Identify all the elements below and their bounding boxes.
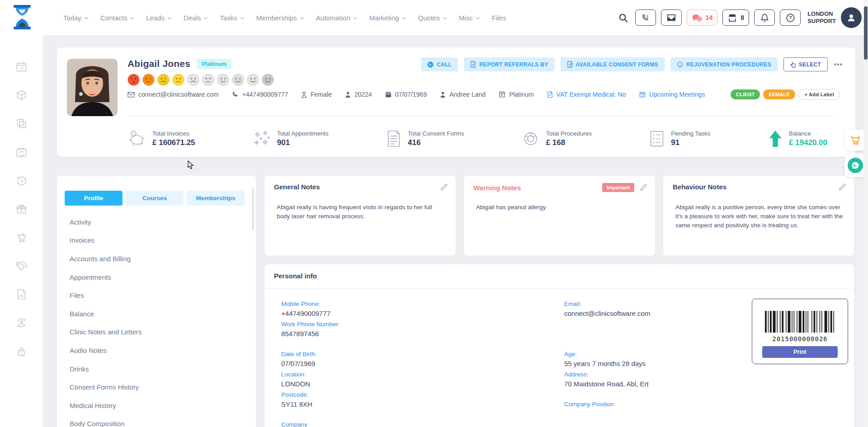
mood-face-icon-10[interactable] xyxy=(262,74,274,86)
menu-item-clinic-notes-and-letters[interactable]: Clinic Notes and Letters xyxy=(70,323,247,342)
vat-exempt-link[interactable]: VAT Exempt Medical: No xyxy=(547,91,626,98)
notifications-button[interactable] xyxy=(754,9,775,26)
field-company-position: Company Position xyxy=(564,401,817,408)
lock-icon[interactable] xyxy=(15,345,28,357)
menu-item-drinks[interactable]: Drinks xyxy=(70,360,247,378)
nav-today[interactable]: Today xyxy=(63,14,89,22)
arrow-up-icon xyxy=(768,130,783,148)
calendar-refresh-icon[interactable] xyxy=(15,146,28,158)
menu-item-medical-history[interactable]: Medical History xyxy=(70,396,247,415)
top-bar: Today Contacts Leads Deals Tasks Members… xyxy=(0,0,868,35)
tab-memberships[interactable]: Memberships xyxy=(187,191,245,206)
search-icon[interactable] xyxy=(616,13,630,23)
report-chart-icon[interactable] xyxy=(15,288,28,300)
mood-face-icon-9[interactable] xyxy=(247,74,259,86)
menu-item-appointments[interactable]: Appointments xyxy=(70,268,247,286)
document-icon xyxy=(547,91,553,98)
help-button[interactable]: ? xyxy=(780,9,801,26)
menu-item-files[interactable]: Files xyxy=(70,286,247,305)
label-client: CLIENT xyxy=(731,89,760,99)
mood-face-icon-6[interactable] xyxy=(202,74,214,86)
nav-contacts[interactable]: Contacts xyxy=(100,14,134,22)
print-button[interactable]: Print xyxy=(762,346,838,358)
dialer-button[interactable] xyxy=(635,9,656,26)
chevron-down-icon xyxy=(353,17,358,19)
piggy-bank-icon xyxy=(127,130,146,148)
client-name: Abigail Jones xyxy=(127,58,190,69)
inbox-button[interactable] xyxy=(661,9,682,26)
nav-files[interactable]: Files xyxy=(492,14,506,22)
scrollbar-thumb[interactable] xyxy=(864,6,868,60)
tab-profile[interactable]: Profile xyxy=(65,191,123,206)
user-avatar-button[interactable] xyxy=(841,7,862,28)
floating-whatsapp-button[interactable] xyxy=(844,154,866,177)
field-postcode: Postcode:SY11 8XH xyxy=(281,391,534,408)
menu-scrollbar[interactable] xyxy=(252,188,254,230)
tab-courses[interactable]: Courses xyxy=(126,191,184,206)
top-bar-right: 14 8 ? LONDON SUPPORT xyxy=(616,0,862,35)
nav-automation[interactable]: Automation xyxy=(316,14,358,22)
nav-leads[interactable]: Leads xyxy=(146,14,172,22)
menu-item-activity[interactable]: Activity xyxy=(70,213,247,231)
chat-messages-button[interactable]: 14 xyxy=(687,9,718,26)
nav-tasks[interactable]: Tasks xyxy=(220,14,244,22)
phone-icon xyxy=(232,91,239,98)
package-icon[interactable] xyxy=(15,89,28,101)
mood-face-icon-7[interactable] xyxy=(217,74,229,86)
mood-face-icon-1[interactable] xyxy=(127,74,140,86)
envelope-icon xyxy=(127,92,135,98)
nav-quotes[interactable]: Quotes xyxy=(418,14,447,22)
general-notes-card: General Notes Abigail really is having f… xyxy=(264,176,456,256)
floating-cart-button[interactable] xyxy=(844,130,866,150)
stat-total-procedures: Total Procedures£ 168 xyxy=(521,130,592,148)
shop-button[interactable]: 8 xyxy=(722,9,749,26)
menu-item-accounts-and-billing[interactable]: Accounts and Billing xyxy=(70,249,247,268)
report-referrals-button[interactable]: REPORT REFERRALS BY xyxy=(464,57,554,71)
general-notes-body: Abigail really is having frequent visits… xyxy=(277,203,446,221)
mood-face-icon-8[interactable] xyxy=(232,74,244,86)
add-label-button[interactable]: + Add Label xyxy=(798,89,840,100)
chevron-down-icon xyxy=(130,17,134,19)
shop-count-badge: 8 xyxy=(741,14,744,21)
user-sync-icon[interactable] xyxy=(15,317,28,329)
profile-menu-list: Activity Invoices Accounts and Billing A… xyxy=(70,213,247,427)
chat-count-badge: 14 xyxy=(706,14,713,21)
edit-pencil-icon[interactable] xyxy=(440,183,448,191)
copy-icon[interactable] xyxy=(15,117,28,130)
svg-text:?: ? xyxy=(789,15,792,20)
mood-face-icon-2[interactable] xyxy=(142,74,155,86)
menu-item-consent-forms-history[interactable]: Consent Forms History xyxy=(70,378,247,396)
chevron-down-icon xyxy=(84,17,89,19)
menu-item-invoices[interactable]: Invoices xyxy=(70,231,247,250)
menu-item-audio-notes[interactable]: Audio Notes xyxy=(70,341,247,360)
upcoming-meetings-link[interactable]: 18 Upcoming Meetings xyxy=(639,91,705,98)
stats-row: Total Invoices£ 160671.25 Total Appointm… xyxy=(127,130,827,148)
mood-face-icon-4[interactable] xyxy=(172,74,184,86)
stat-total-appointments: Total Appointments901 xyxy=(252,130,329,148)
app-logo-hourglass-icon[interactable] xyxy=(11,4,33,30)
history-icon[interactable] xyxy=(15,174,28,187)
calendar-icon[interactable]: 12 xyxy=(15,61,28,73)
price-tags-icon[interactable] xyxy=(15,260,28,272)
nav-misc[interactable]: Misc xyxy=(459,14,480,22)
barcode-number: 2015000000026 xyxy=(752,335,848,343)
mood-face-icon-3[interactable] xyxy=(157,74,170,86)
menu-item-balance[interactable]: Balance xyxy=(70,305,247,323)
more-actions-button[interactable]: ••• xyxy=(834,61,843,69)
nav-deals[interactable]: Deals xyxy=(184,14,208,22)
nav-memberships[interactable]: Memberships xyxy=(256,14,304,22)
available-consent-forms-button[interactable]: AVAILABLE CONSENT FORMS xyxy=(561,57,665,71)
nav-marketing[interactable]: Marketing xyxy=(369,14,406,22)
divider xyxy=(127,116,835,117)
gift-icon[interactable] xyxy=(15,203,28,215)
select-button[interactable]: SELECT xyxy=(783,57,828,71)
mood-face-icon-5[interactable] xyxy=(187,74,199,86)
cart-icon[interactable] xyxy=(15,231,28,244)
call-button[interactable]: CALL xyxy=(421,57,458,71)
edit-pencil-icon[interactable] xyxy=(839,183,846,191)
rejuvenation-procedures-button[interactable]: REJUVENATION PROCEDURES xyxy=(670,57,778,71)
signature-doc-icon xyxy=(567,61,573,68)
menu-item-body-composition[interactable]: Body Composition xyxy=(70,415,247,427)
question-icon: ? xyxy=(786,13,795,23)
edit-pencil-icon[interactable] xyxy=(640,184,647,191)
